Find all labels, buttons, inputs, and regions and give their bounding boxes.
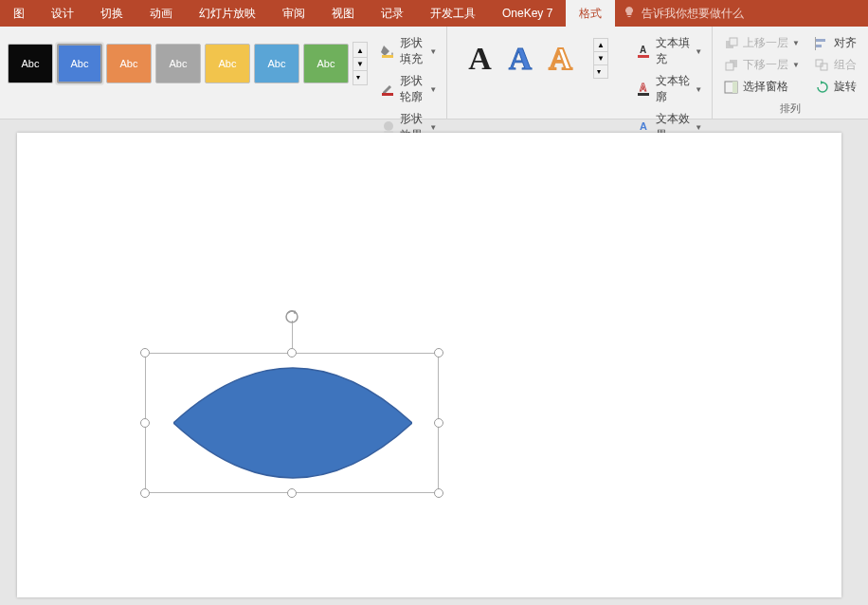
shape-selection[interactable] <box>145 353 439 493</box>
ribbon: Abc Abc Abc Abc Abc Abc Abc ▲ ▼ ▾ 形状填充 ▼ <box>0 27 868 119</box>
resize-handle-bm[interactable] <box>287 488 297 498</box>
slide[interactable] <box>17 133 841 597</box>
resize-handle-tr[interactable] <box>434 348 443 358</box>
svg-point-2 <box>384 121 393 131</box>
svg-rect-15 <box>816 39 825 42</box>
menu-format[interactable]: 格式 <box>566 0 615 27</box>
chevron-down-icon: ▼ <box>695 85 702 94</box>
svg-rect-5 <box>638 55 649 58</box>
send-backward-icon <box>724 59 739 72</box>
selection-pane-label: 选择窗格 <box>743 79 788 95</box>
menu-record[interactable]: 记录 <box>368 0 417 27</box>
bring-forward-icon <box>724 37 739 50</box>
svg-text:A: A <box>640 120 647 132</box>
group-icon <box>815 59 830 72</box>
selection-pane-button[interactable]: 选择窗格 <box>718 76 805 98</box>
group-button[interactable]: 组合 <box>809 54 862 76</box>
wa-gallery-up-icon[interactable]: ▲ <box>594 39 607 51</box>
resize-handle-mr[interactable] <box>434 418 443 428</box>
wa-gallery-down-icon[interactable]: ▼ <box>594 51 607 64</box>
rotate-label: 旋转 <box>834 79 857 95</box>
shape-fill-label: 形状填充 <box>400 35 425 67</box>
menu-slideshow[interactable]: 幻灯片放映 <box>186 0 269 27</box>
wordart-style-3[interactable]: A <box>549 41 572 77</box>
menu-developer[interactable]: 开发工具 <box>417 0 489 27</box>
canvas-area <box>0 119 868 605</box>
menu-animation[interactable]: 动画 <box>136 0 186 27</box>
svg-text:A: A <box>640 45 646 55</box>
menu-transition[interactable]: 切换 <box>87 0 136 27</box>
text-fill-label: 文本填充 <box>656 35 691 67</box>
svg-rect-10 <box>730 38 737 46</box>
tell-me-search[interactable]: 告诉我你想要做什么 <box>615 6 744 22</box>
style-swatch-6[interactable]: Abc <box>254 44 299 83</box>
group-shape-styles: Abc Abc Abc Abc Abc Abc Abc ▲ ▼ ▾ 形状填充 ▼ <box>0 27 447 119</box>
text-outline-icon: A <box>637 82 652 97</box>
rotate-button[interactable]: 旋转 <box>809 76 862 98</box>
svg-rect-12 <box>726 63 733 70</box>
chevron-down-icon: ▼ <box>429 85 437 94</box>
resize-handle-ml[interactable] <box>140 418 150 428</box>
chevron-down-icon: ▼ <box>429 47 437 56</box>
menu-design[interactable]: 设计 <box>38 0 87 27</box>
gallery-more-icon[interactable]: ▾ <box>353 70 367 83</box>
resize-handle-bl[interactable] <box>140 488 150 498</box>
chevron-down-icon: ▼ <box>695 47 702 56</box>
bring-forward-button[interactable]: 上移一层 ▼ <box>718 32 805 54</box>
selection-pane-icon <box>724 81 739 94</box>
menu-bar: 图 设计 切换 动画 幻灯片放映 审阅 视图 记录 开发工具 OneKey 7 … <box>0 0 868 27</box>
text-outline-button[interactable]: A 文本轮廓 ▼ <box>633 70 706 108</box>
align-label: 对齐 <box>834 35 857 51</box>
gallery-down-icon[interactable]: ▼ <box>353 57 367 70</box>
tell-me-label: 告诉我你想要做什么 <box>642 6 744 22</box>
align-button[interactable]: 对齐 <box>809 32 862 54</box>
group-arrange: 上移一层 ▼ 下移一层 ▼ 选择窗格 对齐 <box>713 27 868 119</box>
chevron-down-icon: ▼ <box>695 123 702 132</box>
style-swatch-4[interactable]: Abc <box>155 44 201 83</box>
svg-rect-0 <box>382 55 393 58</box>
paint-bucket-icon <box>381 44 396 59</box>
group-label: 组合 <box>834 57 857 73</box>
shape-outline-button[interactable]: 形状轮廓 ▼ <box>377 70 441 108</box>
send-backward-button[interactable]: 下移一层 ▼ <box>718 54 805 76</box>
shape-outline-label: 形状轮廓 <box>400 73 425 105</box>
rotation-handle[interactable] <box>284 309 299 324</box>
svg-rect-7 <box>638 93 649 96</box>
gallery-up-icon[interactable]: ▲ <box>353 45 367 57</box>
resize-handle-br[interactable] <box>434 488 443 498</box>
chevron-down-icon: ▼ <box>429 123 437 132</box>
svg-rect-16 <box>816 45 822 47</box>
bulb-icon <box>623 6 636 22</box>
wa-gallery-more-icon[interactable]: ▾ <box>594 64 607 78</box>
menu-review[interactable]: 审阅 <box>269 0 318 27</box>
style-swatch-3[interactable]: Abc <box>106 44 152 83</box>
style-swatch-5[interactable]: Abc <box>205 44 250 83</box>
wordart-style-1[interactable]: A <box>468 41 492 77</box>
style-swatch-2[interactable]: Abc <box>57 44 102 83</box>
text-fill-button[interactable]: A 文本填充 ▼ <box>633 32 706 70</box>
align-icon <box>815 37 830 50</box>
eye-shape[interactable] <box>173 360 412 486</box>
send-backward-label: 下移一层 <box>743 57 788 73</box>
bring-forward-label: 上移一层 <box>743 35 788 51</box>
resize-handle-tl[interactable] <box>140 348 150 358</box>
svg-rect-1 <box>382 93 393 96</box>
rotate-icon <box>815 81 830 94</box>
style-swatch-7[interactable]: Abc <box>303 44 349 83</box>
wordart-style-2[interactable]: A <box>509 41 533 77</box>
pen-icon <box>381 82 396 97</box>
menu-tu[interactable]: 图 <box>0 0 38 27</box>
rotation-connector <box>292 321 293 348</box>
group-label-arrange: 排列 <box>713 100 868 119</box>
resize-handle-tm[interactable] <box>287 348 297 358</box>
text-outline-label: 文本轮廓 <box>656 73 691 105</box>
chevron-down-icon: ▼ <box>792 61 800 69</box>
shape-fill-button[interactable]: 形状填充 ▼ <box>377 32 441 70</box>
style-swatch-1[interactable]: Abc <box>8 44 53 83</box>
svg-text:A: A <box>640 82 646 93</box>
menu-view[interactable]: 视图 <box>318 0 368 27</box>
chevron-down-icon: ▼ <box>792 39 800 47</box>
group-wordart: A A A ▲ ▼ ▾ A 文本填充 ▼ A 文本轮廓 ▼ <box>447 27 713 119</box>
menu-onekey[interactable]: OneKey 7 <box>489 0 566 27</box>
svg-rect-14 <box>732 82 737 93</box>
